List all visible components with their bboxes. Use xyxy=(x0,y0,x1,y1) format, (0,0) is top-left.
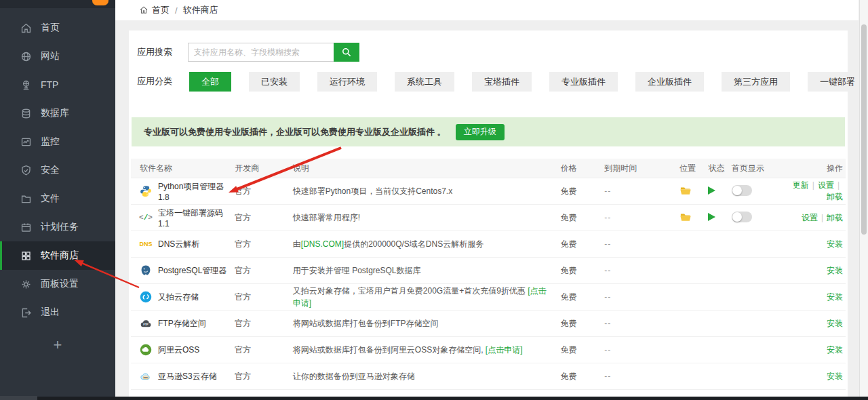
notification-badge[interactable] xyxy=(92,0,108,5)
breadcrumb-home[interactable]: 首页 xyxy=(152,4,170,16)
sidebar-item-0[interactable]: 首页 xyxy=(0,14,115,42)
scrollbar[interactable] xyxy=(859,0,868,400)
row-operations: 安装 xyxy=(785,311,846,337)
svg-text:FTP: FTP xyxy=(143,323,149,326)
search-input[interactable] xyxy=(188,43,334,62)
app-expire: -- xyxy=(604,284,679,311)
app-developer: 官方 xyxy=(235,284,293,311)
sidebar-item-label: 文件 xyxy=(41,193,60,205)
home-display-toggle[interactable] xyxy=(732,212,752,222)
table-row: FTPFTP存储空间官方将网站或数据库打包备份到FTP存储空间免费--安装 xyxy=(131,311,846,337)
column-header: 首页显示 xyxy=(732,159,785,178)
scrollbar-thumb[interactable] xyxy=(861,24,867,235)
app-name: DNS云解析 xyxy=(158,239,199,250)
op-link[interactable]: 设置 xyxy=(818,180,834,190)
op-link[interactable]: 设置 xyxy=(802,213,818,222)
app-developer: 官方 xyxy=(235,311,293,337)
sidebar-item-label: 安全 xyxy=(41,164,60,176)
store-icon xyxy=(20,250,41,262)
sidebar-item-7[interactable]: 计划任务 xyxy=(0,213,115,241)
app-name: 又拍云存储 xyxy=(158,292,199,303)
sidebar-item-10[interactable]: 退出 xyxy=(0,298,115,327)
search-button[interactable] xyxy=(334,43,359,62)
sidebar-item-5[interactable]: 安全 xyxy=(0,156,115,184)
app-expire: -- xyxy=(604,337,679,363)
gear-icon xyxy=(20,279,41,290)
code-icon: </> xyxy=(140,212,152,224)
row-operations: 安装 xyxy=(785,284,846,311)
row-operations: 安装 xyxy=(785,363,846,390)
postgresql-icon xyxy=(140,264,152,277)
category-tab-6[interactable]: 企业版插件 xyxy=(635,72,704,92)
table-row: Python项目管理器 1.8官方快速部署Python项目，当前仅支持Cento… xyxy=(131,178,846,205)
op-link[interactable]: 更新 xyxy=(793,180,809,190)
sidebar-item-1[interactable]: 网站 xyxy=(0,42,115,71)
ftp-cloud-icon: FTP xyxy=(140,317,152,329)
sidebar-nav: 首页网站FTP数据库监控安全文件计划任务软件商店面板设置退出 xyxy=(0,8,115,327)
desc-text: 将网站或数据库打包备份到FTP存储空间 xyxy=(293,319,439,328)
main-area: 首页 / 软件商店 应用搜索 应用分类 全部已安装运行环境系统工具宝塔插件专业版… xyxy=(115,0,859,400)
app-expire: -- xyxy=(604,231,679,258)
category-tab-3[interactable]: 系统工具 xyxy=(395,72,454,92)
desc-text: 又拍云对象存储，宝塔用户首月免费200G流量+首次充值9折优惠 xyxy=(293,286,528,296)
category-tab-2[interactable]: 运行环境 xyxy=(317,72,377,92)
home-icon xyxy=(20,22,41,34)
app-developer: 官方 xyxy=(235,178,293,205)
running-status-icon[interactable] xyxy=(708,186,715,195)
app-description: 将网站或数据库打包备份到阿里云OSS对象存储空间, [点击申请] xyxy=(293,337,561,363)
app-developer: 官方 xyxy=(235,258,293,284)
op-separator: | xyxy=(812,180,814,190)
sidebar-item-6[interactable]: 文件 xyxy=(0,184,115,213)
op-link[interactable]: 安装 xyxy=(827,319,843,328)
app-name: Python项目管理器 1.8 xyxy=(158,181,235,202)
desc-apply-link[interactable]: [DNS.COM] xyxy=(301,239,344,249)
app-developer: 官方 xyxy=(235,337,293,363)
desc-apply-link[interactable]: [点击申请] xyxy=(486,345,523,355)
running-status-icon[interactable] xyxy=(708,213,715,221)
op-separator: | xyxy=(837,180,840,190)
app-expire: -- xyxy=(604,363,679,390)
desc-text: 将网站或数据库打包备份到阿里云OSS对象存储空间, xyxy=(293,345,486,355)
sidebar-item-3[interactable]: 数据库 xyxy=(0,99,115,127)
software-table: 软件名称开发商说明价格到期时间位置状态首页显示操作 Python项目管理器 1.… xyxy=(131,159,846,390)
upgrade-now-button[interactable]: 立即升级 xyxy=(456,124,505,140)
category-tab-7[interactable]: 第三方应用 xyxy=(722,72,790,92)
sidebar-item-4[interactable]: 监控 xyxy=(0,127,115,156)
op-link[interactable]: 卸载 xyxy=(827,192,843,201)
op-link[interactable]: 安装 xyxy=(827,372,843,381)
category-tab-4[interactable]: 宝塔插件 xyxy=(472,72,532,92)
category-tab-8[interactable]: 一键部署 xyxy=(808,72,867,92)
category-label: 应用分类 xyxy=(137,75,188,87)
op-link[interactable]: 安装 xyxy=(827,292,843,302)
sidebar-item-label: 计划任务 xyxy=(41,221,79,233)
category-tab-0[interactable]: 全部 xyxy=(189,72,231,92)
op-link[interactable]: 安装 xyxy=(827,266,843,275)
sidebar-item-2[interactable]: FTP xyxy=(0,71,115,99)
sidebar-item-label: 网站 xyxy=(41,50,60,62)
notice-text: 专业版可以免费使用专业版插件，企业版可以免费使用专业版及企业版插件 。 xyxy=(144,126,446,138)
search-label: 应用搜索 xyxy=(137,46,188,58)
upyun-icon xyxy=(140,291,152,303)
app-expire: -- xyxy=(604,258,679,284)
op-link[interactable]: 安装 xyxy=(827,239,843,249)
table-row: </>宝塔一键部署源码 1.1官方快速部署常用程序!免费--设置|卸载 xyxy=(131,205,846,231)
category-tab-5[interactable]: 专业版插件 xyxy=(549,72,618,92)
aliyun-icon xyxy=(140,344,152,356)
app-expire: -- xyxy=(604,178,679,205)
open-folder-icon[interactable] xyxy=(679,211,692,223)
home-display-toggle[interactable] xyxy=(732,185,752,196)
open-folder-icon[interactable] xyxy=(679,184,692,197)
table-row: PostgreSQL管理器官方用于安装并管理 PostgreSQL数据库免费--… xyxy=(131,258,846,284)
op-link[interactable]: 安装 xyxy=(827,345,843,355)
app-expire: -- xyxy=(604,311,679,337)
category-buttons: 全部已安装运行环境系统工具宝塔插件专业版插件企业版插件第三方应用一键部署 xyxy=(189,72,867,92)
column-header: 价格 xyxy=(561,159,604,178)
sidebar-item-label: 数据库 xyxy=(41,107,69,119)
category-tab-1[interactable]: 已安装 xyxy=(249,72,300,92)
table-header-row: 软件名称开发商说明价格到期时间位置状态首页显示操作 xyxy=(131,159,846,178)
sidebar-item-8[interactable]: 软件商店 xyxy=(0,241,115,270)
sidebar-item-9[interactable]: 面板设置 xyxy=(0,270,115,298)
op-link[interactable]: 卸载 xyxy=(827,213,843,222)
sidebar-add-button[interactable]: + xyxy=(0,336,115,354)
app-price: 免费 xyxy=(561,284,604,311)
